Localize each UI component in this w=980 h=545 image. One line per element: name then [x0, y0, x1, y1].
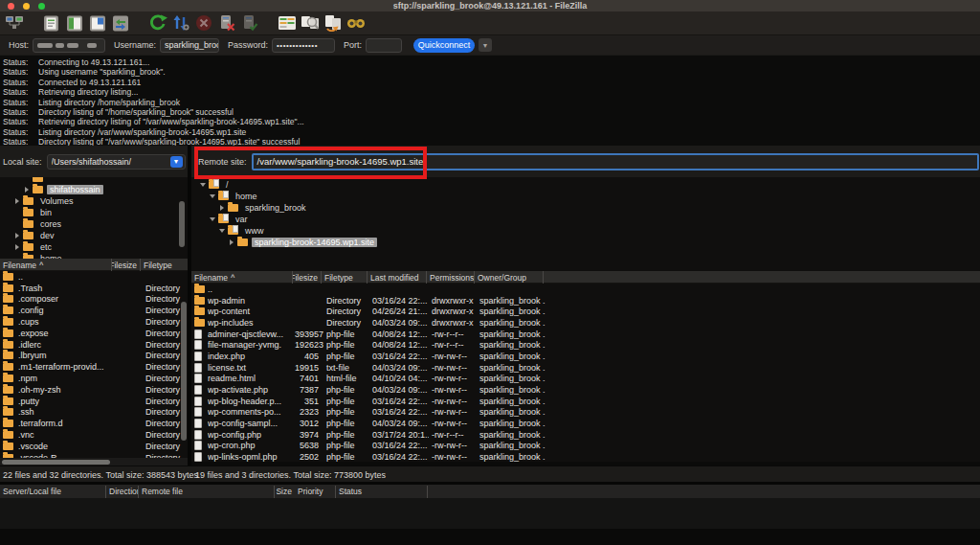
synchronized-browsing-icon[interactable]: [299, 13, 322, 33]
column-header-filetype[interactable]: Filetype: [140, 259, 188, 271]
column-header-filetype[interactable]: Filetype: [321, 271, 367, 284]
tree-item[interactable]: /: [191, 179, 980, 191]
local-list-scrollbar-thumb[interactable]: [181, 302, 187, 441]
file-type: php-file: [323, 419, 369, 428]
chevron-right-icon[interactable]: [227, 238, 235, 247]
file-row[interactable]: .cupsDirectory: [0, 316, 188, 328]
tree-item[interactable]: shifathossain: [0, 184, 188, 195]
password-input[interactable]: •••••••••••••: [272, 38, 335, 53]
remote-site-bar: Remote site: /var/www/sparkling-brook-14…: [191, 146, 980, 177]
tree-item[interactable]: var: [191, 214, 980, 225]
chevron-right-icon[interactable]: [12, 197, 21, 206]
file-row[interactable]: wp-includesDirectory04/03/24 09:...drwxr…: [191, 317, 980, 329]
file-row[interactable]: .exposeDirectory: [0, 328, 188, 339]
file-row[interactable]: .configDirectory: [0, 305, 188, 316]
file-row[interactable]: wp-blog-header.p...351php-file03/16/24 2…: [191, 396, 980, 407]
file-row[interactable]: file-manager-yvmg.192623php-file04/08/24…: [191, 339, 980, 351]
file-row[interactable]: wp-config-sampl...3012php-file04/03/24 0…: [191, 418, 980, 429]
tree-item[interactable]: Volumes: [0, 195, 188, 207]
chevron-right-icon[interactable]: [12, 243, 21, 252]
file-row[interactable]: .m1-terraform-provid...Directory: [0, 361, 188, 373]
column-header-owner-group[interactable]: Owner/Group: [474, 271, 543, 284]
chevron-down-icon[interactable]: [198, 181, 207, 190]
directory-comparison-icon[interactable]: [276, 13, 299, 33]
file-row[interactable]: .puttyDirectory: [0, 396, 188, 407]
queue-column-direction: Direction: [105, 486, 138, 498]
find-files-icon[interactable]: [322, 13, 345, 33]
port-input[interactable]: [366, 38, 402, 53]
tree-item[interactable]: etc: [0, 241, 188, 253]
file-row[interactable]: .npmDirectory: [0, 373, 188, 384]
chevron-right-icon[interactable]: [217, 204, 226, 213]
file-row[interactable]: ..: [191, 284, 980, 295]
file-row[interactable]: .vscodeDirectory: [0, 441, 188, 452]
column-header-permissions[interactable]: Permissions: [426, 271, 474, 284]
file-name: .terraform.d: [18, 419, 114, 428]
file-row[interactable]: readme.html7401html-file04/10/24 04:...-…: [191, 374, 980, 385]
remote-site-input[interactable]: /var/www/sparkling-brook-14695.wp1.site: [252, 153, 979, 170]
host-input[interactable]: [33, 38, 105, 53]
username-input[interactable]: sparkling_brook: [160, 38, 219, 53]
column-header-filename[interactable]: Filename^: [191, 271, 292, 284]
file-row[interactable]: wp-activate.php7387php-file04/03/24 09:.…: [191, 384, 980, 396]
file-row[interactable]: wp-cron.php5638php-file03/16/24 22:...-r…: [191, 441, 980, 452]
file-row[interactable]: .terraform.dDirectory: [0, 418, 188, 429]
file-row[interactable]: .TrashDirectory: [0, 283, 188, 294]
remote-tree-toggle-icon[interactable]: [86, 13, 109, 33]
file-row[interactable]: .vncDirectory: [0, 429, 188, 441]
file-row[interactable]: .lbryumDirectory: [0, 351, 188, 362]
tree-item[interactable]: www: [191, 225, 980, 237]
tree-item[interactable]: [0, 177, 188, 184]
message-log-toggle-icon[interactable]: [40, 13, 63, 33]
chevron-right-icon[interactable]: [22, 186, 31, 194]
file-row[interactable]: wp-config.php3974php-file03/17/24 20:1..…: [191, 429, 980, 441]
local-site-combobox[interactable]: /Users/shifathossain/ ▼: [47, 154, 186, 170]
file-row[interactable]: license.txt19915txt-file04/03/24 09:...-…: [191, 362, 980, 374]
file-size: 19915: [295, 363, 323, 373]
quickconnect-button[interactable]: Quickconnect: [413, 38, 475, 53]
tree-item[interactable]: bin: [0, 207, 188, 218]
file-row[interactable]: wp-adminDirectory03/16/24 22:...drwxrwxr…: [191, 295, 980, 307]
column-header-filesize[interactable]: Filesize: [292, 271, 321, 284]
refresh-icon[interactable]: [146, 13, 169, 33]
tree-item[interactable]: sparkling-brook-14695.wp1.site: [191, 237, 980, 248]
file-search-binoculars-icon[interactable]: [345, 13, 368, 33]
file-row[interactable]: wp-links-opml.php2502php-file03/16/24 22…: [191, 451, 980, 462]
cancel-transfer-icon[interactable]: [192, 13, 215, 33]
quickconnect-dropdown-button[interactable]: ▼: [479, 38, 492, 52]
chevron-right-icon[interactable]: [12, 232, 21, 240]
scrollbar-thumb[interactable]: [2, 460, 110, 465]
chevron-down-icon[interactable]: [208, 193, 216, 201]
column-header-filename[interactable]: Filename^: [0, 259, 111, 271]
transfer-queue-toggle-icon[interactable]: [109, 13, 132, 33]
reconnect-icon[interactable]: [238, 13, 261, 33]
file-row[interactable]: ..: [0, 271, 188, 283]
chevron-down-icon[interactable]: [217, 227, 226, 236]
folder-icon: [228, 204, 238, 212]
file-row[interactable]: .idlercDirectory: [0, 339, 188, 351]
chevron-down-icon[interactable]: ▼: [170, 156, 183, 168]
chevron-down-icon[interactable]: [208, 216, 216, 224]
status-log-label: Status:: [0, 78, 38, 87]
local-tree-scrollbar-thumb[interactable]: [179, 201, 185, 247]
file-row[interactable]: wp-contentDirectory04/26/24 21:...drwxrw…: [191, 306, 980, 317]
file-row[interactable]: .oh-my-zshDirectory: [0, 384, 188, 396]
file-row[interactable]: .sshDirectory: [0, 407, 188, 419]
file-name: file-manager-yvmg.: [208, 340, 295, 350]
tree-item[interactable]: cores: [0, 218, 188, 230]
file-name: wp-config-sampl...: [208, 419, 295, 428]
file-row[interactable]: .composerDirectory: [0, 294, 188, 306]
process-queue-icon[interactable]: [169, 13, 192, 33]
site-manager-icon[interactable]: [3, 13, 26, 33]
local-list-horizontal-scrollbar[interactable]: [0, 458, 188, 466]
local-tree-toggle-icon[interactable]: [63, 13, 86, 33]
disconnect-icon[interactable]: [215, 13, 238, 33]
file-row[interactable]: wp-comments-po...2323php-file03/16/24 22…: [191, 407, 980, 419]
file-row[interactable]: index.php405php-file03/16/24 22:...-rw-r…: [191, 351, 980, 362]
tree-item[interactable]: home: [191, 191, 980, 202]
file-row[interactable]: adminer-qjsctlevw...393957php-file04/08/…: [191, 329, 980, 340]
column-header-last-modified[interactable]: Last modified: [367, 271, 426, 284]
column-header-filesize[interactable]: Filesize: [111, 259, 140, 271]
tree-item[interactable]: dev: [0, 230, 188, 241]
tree-item[interactable]: sparkling_brook: [191, 202, 980, 214]
